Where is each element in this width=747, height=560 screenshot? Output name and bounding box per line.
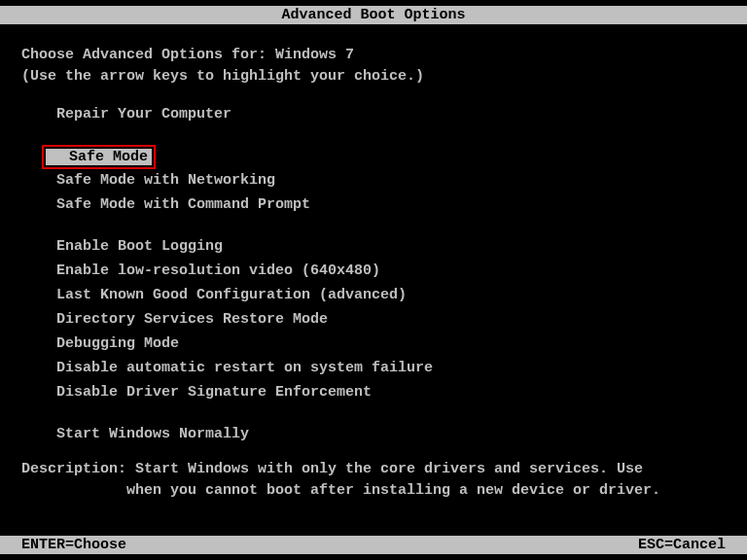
boot-options-list: Repair Your Computer Safe Mode Safe Mode… bbox=[21, 107, 726, 444]
option-safe-mode-selected[interactable]: Safe Mode bbox=[46, 149, 152, 165]
option-directory-services-restore[interactable]: Directory Services Restore Mode bbox=[56, 312, 328, 327]
option-disable-driver-signature[interactable]: Disable Driver Signature Enforcement bbox=[56, 385, 372, 400]
description-line1: Description: Start Windows with only the… bbox=[21, 462, 726, 476]
title-bar: Advanced Boot Options bbox=[0, 6, 747, 24]
option-low-res-video[interactable]: Enable low-resolution video (640x480) bbox=[56, 263, 380, 278]
footer-hint-esc: ESC=Cancel bbox=[638, 538, 726, 552]
option-safe-mode-command-prompt[interactable]: Safe Mode with Command Prompt bbox=[56, 197, 310, 212]
option-start-windows-normally[interactable]: Start Windows Normally bbox=[56, 427, 249, 441]
option-debugging-mode[interactable]: Debugging Mode bbox=[56, 336, 179, 351]
option-last-known-good[interactable]: Last Known Good Configuration (advanced) bbox=[56, 288, 407, 302]
instruction-choose-os: Choose Advanced Options for: Windows 7 bbox=[21, 48, 726, 62]
content-area: Choose Advanced Options for: Windows 7 (… bbox=[0, 24, 747, 498]
option-safe-mode-label: Safe Mode bbox=[46, 149, 152, 165]
option-safe-mode-networking[interactable]: Safe Mode with Networking bbox=[56, 173, 275, 188]
option-disable-auto-restart[interactable]: Disable automatic restart on system fail… bbox=[56, 361, 433, 375]
screen-title: Advanced Boot Options bbox=[281, 7, 465, 23]
footer-bar: ENTER=Choose ESC=Cancel bbox=[0, 536, 747, 554]
description-line2: when you cannot boot after installing a … bbox=[21, 483, 726, 498]
option-enable-boot-logging[interactable]: Enable Boot Logging bbox=[56, 239, 223, 254]
instruction-arrow-keys: (Use the arrow keys to highlight your ch… bbox=[21, 69, 726, 84]
option-repair-computer[interactable]: Repair Your Computer bbox=[56, 107, 231, 122]
footer-hint-enter: ENTER=Choose bbox=[21, 538, 126, 552]
option-description: Description: Start Windows with only the… bbox=[21, 462, 726, 498]
